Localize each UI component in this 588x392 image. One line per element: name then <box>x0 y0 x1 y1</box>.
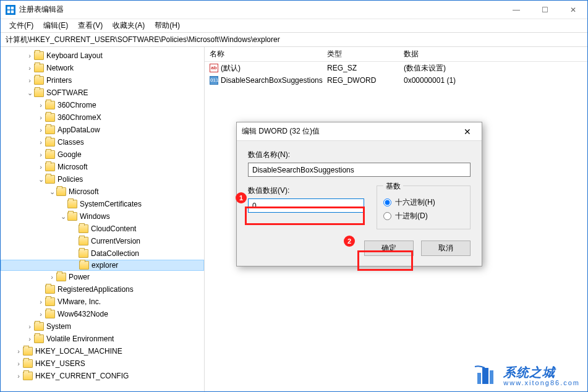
tree-item[interactable]: ›Microsoft <box>1 161 204 173</box>
folder-icon <box>56 273 66 281</box>
radio-dec-input[interactable] <box>383 212 391 220</box>
chevron-right-icon[interactable]: › <box>48 273 56 281</box>
ok-button[interactable]: 确定 <box>364 241 414 256</box>
chevron-down-icon[interactable]: ⌄ <box>59 213 67 221</box>
tree-item[interactable]: ›System <box>1 320 204 333</box>
chevron-right-icon[interactable]: › <box>25 323 34 330</box>
chevron-down-icon[interactable]: ⌄ <box>25 89 34 97</box>
folder-icon <box>23 372 33 380</box>
folder-icon <box>34 334 44 343</box>
dialog-titlebar[interactable]: 编辑 DWORD (32 位)值 ✕ <box>237 122 482 141</box>
menu-view[interactable]: 查看(V) <box>73 19 108 32</box>
tree-item[interactable]: RegisteredApplications <box>1 283 204 296</box>
chevron-down-icon[interactable]: ⌄ <box>36 176 45 184</box>
tree-item[interactable]: ›Network <box>1 62 204 74</box>
chevron-right-icon[interactable]: › <box>36 163 45 171</box>
svg-rect-6 <box>490 370 493 384</box>
tree-item[interactable]: ›360ChromeX <box>1 111 204 124</box>
menu-edit[interactable]: 编辑(E) <box>38 19 73 32</box>
tree-item-windows[interactable]: ⌄Windows <box>1 210 204 223</box>
folder-icon <box>34 76 44 85</box>
tree-item[interactable]: ›Volatile Environment <box>1 333 204 345</box>
tree-pane[interactable]: ›Keyboard Layout ›Network ›Printers ⌄SOF… <box>1 47 205 391</box>
value-data-label: 数值数据(V): <box>248 185 364 196</box>
titlebar: 注册表编辑器 — ☐ ✕ <box>1 1 587 19</box>
chevron-right-icon[interactable]: › <box>36 310 45 318</box>
tree-item[interactable]: ›Keyboard Layout <box>1 49 204 62</box>
chevron-right-icon[interactable]: › <box>14 372 23 380</box>
svg-rect-3 <box>11 10 14 13</box>
chevron-right-icon[interactable]: › <box>25 335 34 343</box>
tree-item[interactable]: ›360Chrome <box>1 99 204 111</box>
chevron-down-icon[interactable]: ⌄ <box>48 188 56 196</box>
tree-item[interactable]: ›Classes <box>1 136 204 148</box>
menu-help[interactable]: 帮助(H) <box>150 19 185 32</box>
tree-item[interactable]: ›VMware, Inc. <box>1 296 204 308</box>
cancel-button[interactable]: 取消 <box>421 241 471 256</box>
tree-item-hklm[interactable]: ›HKEY_LOCAL_MACHINE <box>1 345 204 357</box>
chevron-right-icon[interactable]: › <box>36 151 45 158</box>
folder-icon <box>45 285 55 294</box>
window-title: 注册表编辑器 <box>19 4 502 15</box>
list-header: 名称 类型 数据 <box>205 47 587 62</box>
tree-item-microsoft[interactable]: ⌄Microsoft <box>1 185 204 198</box>
chevron-right-icon[interactable]: › <box>25 52 34 59</box>
folder-icon <box>79 237 88 245</box>
column-header-type[interactable]: 类型 <box>322 46 399 62</box>
tree-item-hkcc[interactable]: ›HKEY_CURRENT_CONFIG <box>1 370 204 382</box>
svg-rect-5 <box>477 373 481 384</box>
tree-item-policies[interactable]: ⌄Policies <box>1 173 204 185</box>
chevron-right-icon[interactable]: › <box>25 64 34 72</box>
tree-item[interactable]: ›Wow6432Node <box>1 308 204 320</box>
address-bar[interactable]: 计算机\HKEY_CURRENT_USER\SOFTWARE\Policies\… <box>1 32 587 47</box>
folder-icon <box>34 51 44 60</box>
menu-file[interactable]: 文件(F) <box>4 19 38 32</box>
radio-hex[interactable]: 十六进制(H) <box>383 195 464 209</box>
list-row[interactable]: ab(默认) REG_SZ (数值未设置) <box>205 62 587 74</box>
folder-icon <box>56 187 66 196</box>
radio-hex-input[interactable] <box>383 198 391 207</box>
tree-item-explorer-selected[interactable]: explorer <box>1 260 204 271</box>
chevron-right-icon[interactable]: › <box>25 77 34 84</box>
chevron-right-icon[interactable]: › <box>36 114 45 121</box>
folder-icon <box>45 101 55 109</box>
chevron-right-icon[interactable]: › <box>36 126 45 134</box>
value-name-label: 数值名称(N): <box>248 150 471 160</box>
edit-dword-dialog: 编辑 DWORD (32 位)值 ✕ 数值名称(N): 数值数据(V): 基数 … <box>236 122 482 266</box>
app-icon <box>6 5 15 15</box>
svg-rect-0 <box>7 6 11 9</box>
list-row[interactable]: 011DisableSearchBoxSuggestions REG_DWORD… <box>205 74 587 87</box>
chevron-right-icon[interactable]: › <box>36 101 45 109</box>
folder-icon <box>45 126 55 134</box>
value-data-input[interactable] <box>248 198 364 213</box>
tree-item[interactable]: ›Power <box>1 271 204 283</box>
dialog-close-button[interactable]: ✕ <box>458 127 477 137</box>
tree-item[interactable]: ›AppDataLow <box>1 124 204 136</box>
chevron-right-icon[interactable]: › <box>14 360 23 367</box>
address-path: 计算机\HKEY_CURRENT_USER\SOFTWARE\Policies\… <box>6 35 280 45</box>
tree-item-hku[interactable]: ›HKEY_USERS <box>1 357 204 370</box>
tree-item[interactable]: ›Printers <box>1 74 204 87</box>
maximize-button[interactable]: ☐ <box>530 1 559 19</box>
column-header-data[interactable]: 数据 <box>399 46 587 62</box>
folder-icon <box>45 150 55 159</box>
folder-icon <box>23 347 33 356</box>
chevron-right-icon[interactable]: › <box>36 298 45 305</box>
menu-favorites[interactable]: 收藏夹(A) <box>108 19 150 32</box>
chevron-right-icon[interactable]: › <box>14 347 23 355</box>
folder-icon <box>34 64 44 72</box>
column-header-name[interactable]: 名称 <box>205 46 322 62</box>
close-button[interactable]: ✕ <box>559 1 587 19</box>
folder-icon <box>45 138 55 147</box>
chevron-right-icon[interactable]: › <box>36 138 45 146</box>
tree-item[interactable]: ›Google <box>1 148 204 161</box>
tree-item[interactable]: CloudContent <box>1 223 204 235</box>
tree-item[interactable]: SystemCertificates <box>1 198 204 210</box>
radio-dec[interactable]: 十进制(D) <box>383 209 464 223</box>
tree-item-software[interactable]: ⌄SOFTWARE <box>1 87 204 99</box>
svg-rect-1 <box>11 6 14 9</box>
minimize-button[interactable]: — <box>502 1 530 19</box>
tree-item[interactable]: DataCollection <box>1 247 204 260</box>
tree-item[interactable]: CurrentVersion <box>1 235 204 247</box>
value-name-input <box>248 163 471 177</box>
